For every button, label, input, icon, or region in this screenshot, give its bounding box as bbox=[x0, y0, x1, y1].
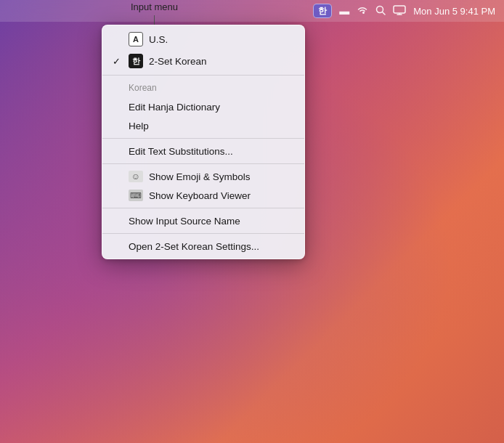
emoji-icon bbox=[129, 171, 143, 182]
menu-item-show-emoji[interactable]: Show Emoji & Symbols bbox=[102, 167, 304, 186]
edit-hanja-label: Edit Hanja Dictionary bbox=[129, 102, 220, 113]
input-menu-dropdown: A U.S. ✓ 한 2-Set Korean Korean Edit Hanj… bbox=[102, 25, 305, 259]
desktop: 한 ▬ Mon Jun 5 9:41 PM Input bbox=[0, 0, 504, 443]
menu-item-show-input-source-name[interactable]: Show Input Source Name bbox=[102, 211, 304, 230]
help-label: Help bbox=[129, 121, 149, 131]
show-emoji-label: Show Emoji & Symbols bbox=[149, 171, 251, 182]
menu-item-help[interactable]: Help bbox=[102, 116, 304, 135]
open-settings-label: Open 2-Set Korean Settings... bbox=[129, 241, 259, 252]
korean-tools-section: Korean Edit Hanja Dictionary Help bbox=[102, 75, 304, 138]
menu-item-edit-text-sub[interactable]: Edit Text Substitutions... bbox=[102, 142, 304, 160]
wifi-icon bbox=[357, 5, 368, 17]
korean-section-header: Korean bbox=[102, 78, 304, 97]
korean-checkmark: ✓ bbox=[113, 56, 123, 67]
us-icon-box: A bbox=[129, 32, 143, 46]
menu-item-edit-hanja[interactable]: Edit Hanja Dictionary bbox=[102, 97, 304, 116]
input-source-label: 한 bbox=[318, 5, 327, 17]
menu-item-korean[interactable]: ✓ 한 2-Set Korean bbox=[102, 50, 304, 72]
korean-label: 2-Set Korean bbox=[149, 56, 207, 67]
clock: Mon Jun 5 9:41 PM bbox=[413, 6, 495, 17]
keyboard-viewer-icon bbox=[129, 190, 143, 201]
language-section: A U.S. ✓ 한 2-Set Korean bbox=[102, 25, 304, 75]
svg-rect-2 bbox=[394, 6, 405, 13]
source-name-section: Show Input Source Name bbox=[102, 208, 304, 233]
edit-text-sub-label: Edit Text Substitutions... bbox=[129, 146, 233, 157]
battery-icon: ▬ bbox=[339, 5, 349, 17]
menu-item-open-settings[interactable]: Open 2-Set Korean Settings... bbox=[102, 237, 304, 256]
settings-section: Open 2-Set Korean Settings... bbox=[102, 233, 304, 259]
annotation-label: Input menu bbox=[131, 1, 178, 12]
menu-item-us[interactable]: A U.S. bbox=[102, 28, 304, 50]
menu-item-show-keyboard[interactable]: Show Keyboard Viewer bbox=[102, 186, 304, 205]
korean-icon-box: 한 bbox=[129, 54, 143, 68]
search-icon[interactable] bbox=[375, 5, 386, 17]
menubar: 한 ▬ Mon Jun 5 9:41 PM bbox=[0, 0, 504, 22]
us-label: U.S. bbox=[149, 34, 168, 45]
viewers-section: Show Emoji & Symbols Show Keyboard Viewe… bbox=[102, 163, 304, 208]
text-sub-section: Edit Text Substitutions... bbox=[102, 138, 304, 163]
input-source-button[interactable]: 한 bbox=[313, 4, 332, 18]
show-keyboard-label: Show Keyboard Viewer bbox=[149, 190, 251, 201]
us-checkmark bbox=[113, 34, 123, 45]
fast-user-icon bbox=[393, 5, 406, 17]
korean-header-label: Korean bbox=[129, 83, 157, 93]
svg-line-1 bbox=[383, 12, 386, 15]
show-input-source-name-label: Show Input Source Name bbox=[129, 216, 240, 227]
